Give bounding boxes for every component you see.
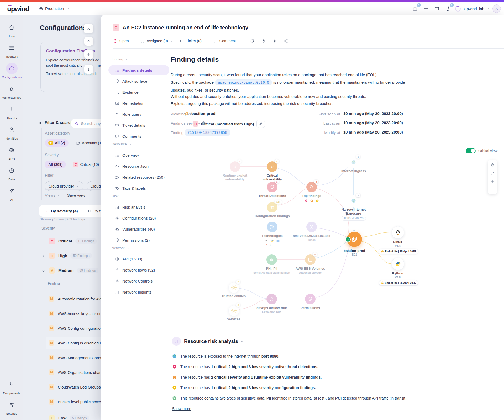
risk-analysis-heading[interactable]: Resource risk analysis: [184, 338, 244, 344]
views-toggle[interactable]: Views: [45, 193, 60, 198]
search-input[interactable]: Search anyth: [71, 119, 101, 128]
finding-id-value[interactable]: 715180-18847192850: [185, 129, 230, 136]
nav-item-rule-query[interactable]: Rule query: [108, 109, 169, 119]
nav-item-resource-json[interactable]: Resource Json: [108, 161, 169, 171]
show-more-link[interactable]: Show more: [172, 407, 191, 411]
nav-section-network[interactable]: Network: [112, 246, 130, 250]
nav-section-finding[interactable]: Finding: [112, 57, 128, 61]
finding-row[interactable]: MAWS Access keys are not: [49, 311, 101, 316]
sidebar-item-apis[interactable]: APIs: [0, 142, 23, 163]
severity-row-medium[interactable]: M Medium 89 Findings: [41, 267, 98, 274]
nav-item-overview[interactable]: Overview: [108, 150, 169, 160]
tag-icon: [115, 186, 119, 190]
sidebar-item-vulnerabilities[interactable]: Vulnerabilities: [0, 81, 23, 101]
nav-item-findings-details[interactable]: Findings details: [108, 65, 169, 75]
finding-row[interactable]: MAWS Management Conso: [49, 355, 101, 360]
nav-item-evidence[interactable]: Evidence: [108, 87, 169, 97]
settings-button[interactable]: [272, 39, 277, 43]
violating-asset-value[interactable]: bastion-prod: [185, 111, 216, 116]
zoom-in-icon[interactable]: [490, 179, 495, 184]
layout-panel-button[interactable]: [433, 5, 441, 13]
comment-button[interactable]: Comment: [213, 39, 236, 43]
finding-row[interactable]: MAWS Config is disabled in: [49, 340, 101, 346]
finding-row[interactable]: MAWS Organizations chang: [49, 369, 101, 375]
chip-severity-critical-10-[interactable]: CCritical (10): [70, 161, 101, 168]
fullscreen-icon[interactable]: [490, 171, 495, 175]
tab-by-severity[interactable]: By severity (4): [39, 209, 83, 213]
sidebar-item-threats[interactable]: Threats: [0, 101, 23, 122]
nav-section-resource[interactable]: Resource: [112, 142, 132, 146]
chip-severity-all-269-[interactable]: All (269): [45, 161, 66, 168]
recenter-icon[interactable]: [490, 162, 495, 167]
assignee-dropdown[interactable]: Assignee (0): [140, 39, 173, 43]
tab-by-finding[interactable]: By f: [83, 209, 101, 213]
sidebar-item-configurations[interactable]: Configurations: [0, 60, 23, 81]
sidebar-item-data[interactable]: Data: [0, 163, 23, 183]
route-icon: [115, 268, 119, 272]
risk-link[interactable]: API traffic (in transit): [372, 396, 406, 400]
scroll-down-button[interactable]: [84, 65, 93, 74]
history-button[interactable]: [261, 39, 266, 43]
severity-row-critical[interactable]: C Critical 10 Findings: [41, 238, 97, 244]
shieldcheck-icon: [308, 296, 313, 302]
nav-item-comments[interactable]: Comments: [108, 131, 169, 141]
sidebar-item-ai[interactable]: AI: [0, 183, 23, 204]
finding-row[interactable]: MBucket-level public acces: [49, 399, 101, 405]
scroll-up-button[interactable]: [84, 50, 93, 59]
sidebar-item-settings[interactable]: Settings: [0, 397, 23, 417]
avatar[interactable]: A: [492, 4, 501, 13]
nav-item-network-flows-52-[interactable]: Network flows (52): [108, 265, 169, 275]
edit-severity-button[interactable]: [256, 120, 265, 128]
severity-row-high[interactable]: H High 50 Findings: [41, 253, 92, 259]
nav-item-vulnerabilities-40-[interactable]: Vulnerabilities (40): [108, 224, 169, 234]
orbital-view-toggle[interactable]: Orbital view: [466, 148, 497, 153]
sidebar-item-components[interactable]: Components: [0, 376, 23, 397]
risk-link[interactable]: 2 critical severity and 1 runtime exploi…: [211, 375, 322, 380]
add-button[interactable]: [422, 5, 430, 13]
last-scan-label: Last scan: [309, 121, 340, 125]
environment-switcher[interactable]: Production: [39, 6, 69, 11]
risk-link[interactable]: exposed to the internet: [208, 354, 246, 358]
nav-item-attack-surface[interactable]: Attack surface: [108, 76, 169, 86]
sidebar-item-identities[interactable]: Identities: [0, 122, 23, 142]
nav-item-permissions-2-[interactable]: Permissions (2): [108, 235, 169, 245]
close-panel-button[interactable]: [84, 24, 93, 33]
share-button[interactable]: [284, 39, 288, 43]
nav-item-network-controls[interactable]: Network Controls: [108, 276, 169, 286]
nav-section-risk[interactable]: Risk: [112, 194, 124, 198]
risk-link[interactable]: stored data (at rest): [292, 396, 326, 400]
sidebar-item-home[interactable]: Home: [0, 19, 23, 40]
risk-link[interactable]: 1 critical, 2 high and 3 low severity co…: [211, 386, 316, 390]
nav-item-ticket-details[interactable]: Ticket details: [108, 120, 169, 130]
nav-item-network-insights[interactable]: Network Insights: [108, 287, 169, 297]
nav-item-related-resources-250-[interactable]: Related resources (250): [108, 172, 169, 182]
finding-row[interactable]: MCloudWatch Log Groups: [49, 384, 101, 390]
risk-link[interactable]: port 8080.: [261, 354, 280, 359]
toggle-switch[interactable]: [466, 148, 476, 153]
ticket-dropdown[interactable]: Ticket (0): [180, 39, 207, 43]
nav-item-api-1-230-[interactable]: API (1,230): [108, 254, 169, 264]
onboarding-button[interactable]: 1: [444, 5, 452, 13]
nav-item-remediation[interactable]: Remediation: [108, 98, 169, 108]
save-view-button[interactable]: Save view: [67, 193, 85, 198]
status-dropdown[interactable]: Open: [113, 39, 134, 43]
sidebar-item-inventory[interactable]: Inventory: [0, 40, 23, 60]
finding-row[interactable]: MAutomatic rotation for AW: [49, 296, 101, 302]
zoom-out-icon[interactable]: [490, 187, 495, 192]
nav-item-configurations-20-[interactable]: Configurations (20): [108, 213, 169, 223]
gifts-button[interactable]: 3: [411, 5, 419, 13]
filter-and-search-toggle[interactable]: Filter & search: [38, 120, 73, 125]
package-code-chip[interactable]: apachepinot/pinot:0.10.0: [215, 79, 272, 85]
nav-item-risk-analysis[interactable]: Risk analysis: [108, 202, 169, 212]
nav-item-tags-labels[interactable]: Tags & labels: [108, 183, 169, 193]
collapse-panel-button[interactable]: [84, 37, 93, 46]
finding-row[interactable]: MAWS Config configuration: [49, 325, 101, 331]
risk-link[interactable]: 1 critical, 2 high and 3 low severity ac…: [211, 365, 318, 369]
refresh-button[interactable]: [250, 39, 254, 43]
chip-all-2-[interactable]: ★All (2): [45, 139, 69, 147]
search-icon: [88, 209, 92, 213]
account-switcher[interactable]: Upwind_lab: [464, 6, 489, 11]
chip-accounts-1-[interactable]: Accounts (1): [72, 139, 101, 147]
filter-label[interactable]: Filter: [45, 173, 58, 177]
severity-row-low[interactable]: L Low 5 Findings: [41, 415, 89, 420]
